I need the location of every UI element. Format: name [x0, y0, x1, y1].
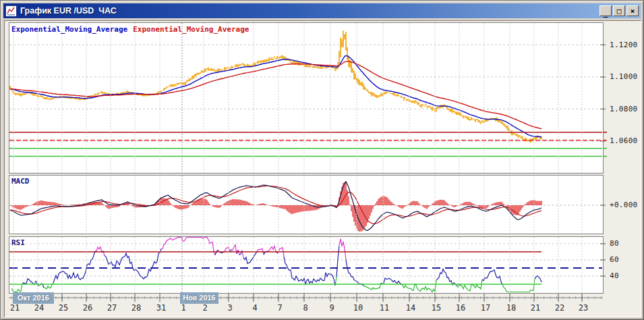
minimize-icon: _	[604, 9, 608, 17]
chart-icon	[5, 5, 17, 17]
chart-window: Exponential_Moving_AverageExponential_Mo…	[0, 0, 644, 320]
maximize-button[interactable]: □	[613, 5, 625, 16]
minimize-button[interactable]: _	[599, 5, 612, 16]
maximize-icon: □	[617, 7, 622, 15]
title-bar[interactable]: График EUR /USD ЧАС _ □ ×	[3, 3, 641, 18]
macd-panel[interactable]	[9, 175, 604, 234]
window-controls: _ □ ×	[599, 5, 639, 16]
rsi-panel[interactable]	[9, 236, 604, 294]
price-panel[interactable]	[9, 22, 604, 174]
window-title: График EUR /USD ЧАС	[20, 6, 117, 16]
close-button[interactable]: ×	[626, 5, 639, 16]
close-icon: ×	[631, 7, 635, 15]
